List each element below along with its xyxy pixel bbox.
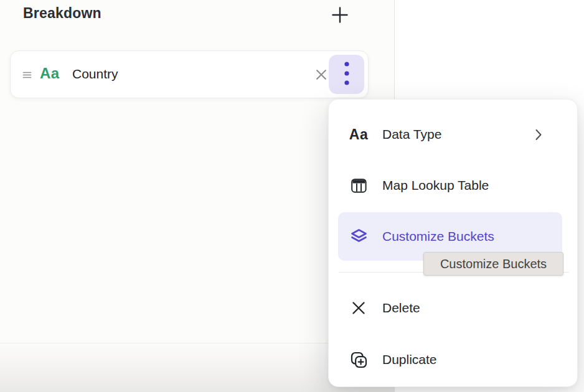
screen: Breakdown Aa Country (0, 0, 584, 392)
table-icon (348, 175, 369, 196)
kebab-menu-icon (344, 61, 350, 88)
letter-aa-icon: Aa (348, 124, 369, 145)
tooltip-text: Customize Buckets (440, 257, 547, 271)
x-icon (348, 297, 369, 319)
panel-title: Breakdown (23, 5, 101, 22)
add-breakdown-button[interactable] (329, 5, 351, 26)
customize-buckets-tooltip: Customize Buckets (423, 252, 563, 276)
menu-item-label: Duplicate (382, 352, 437, 367)
field-name: Country (72, 67, 118, 82)
menu-item-label: Data Type (382, 127, 441, 142)
field-options-button[interactable] (329, 55, 364, 94)
menu-item-customize-buckets[interactable]: Customize Buckets (338, 221, 569, 252)
menu-item-map-lookup-table[interactable]: Map Lookup Table (338, 170, 569, 201)
layers-icon (348, 226, 369, 247)
close-icon (313, 67, 329, 85)
chevron-right-icon (535, 129, 542, 143)
field-options-menu: Aa Data Type Map Lookup Table (328, 99, 578, 387)
menu-item-data-type[interactable]: Aa Data Type (338, 119, 569, 150)
field-type-badge: Aa (40, 65, 60, 82)
menu-item-label: Map Lookup Table (382, 178, 489, 193)
menu-item-duplicate[interactable]: Duplicate (338, 344, 569, 375)
copy-plus-icon (348, 349, 369, 370)
menu-item-label: Customize Buckets (382, 229, 494, 244)
breakdown-field-card: Aa Country (10, 50, 369, 98)
menu-item-delete[interactable]: Delete (338, 292, 569, 324)
menu-item-label: Delete (382, 301, 420, 315)
drag-handle-icon[interactable] (22, 70, 32, 80)
plus-icon (331, 6, 349, 26)
